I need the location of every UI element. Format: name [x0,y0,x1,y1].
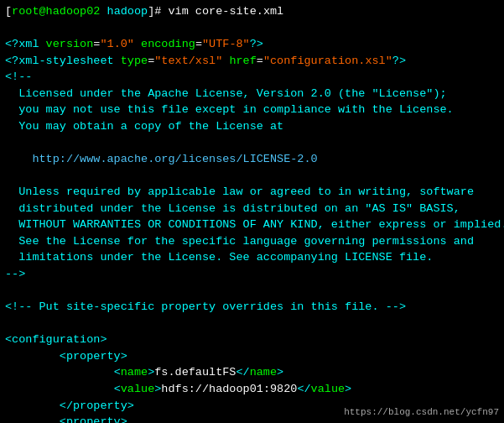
comment-property: <!-- Put site-specific property override… [5,299,499,316]
blank-line-5 [5,316,499,332]
watermark: https://blog.csdn.net/ycfn97 [344,406,499,420]
xml-decl: <?xml version="1.0" encoding="UTF-8"?> [5,36,499,53]
comment-line-8: limitations under the License. See accom… [5,249,499,266]
comment-line-7: See the License for the specific languag… [5,233,499,250]
blank-line-3 [5,168,499,185]
blank-line-1 [5,20,499,37]
blank-line-4 [5,283,499,300]
comment-line-2: you may not use this file except in comp… [5,102,499,118]
prompt-line: [root@hadoop02 hadoop]# vim core-site.xm… [5,3,499,20]
terminal-window: [root@hadoop02 hadoop]# vim core-site.xm… [0,0,504,423]
blank-line-2 [5,135,499,152]
property-1-open: <property> [5,348,499,365]
configuration-open: <configuration> [5,332,499,348]
comment-line-5: distributed under the License is distrib… [5,201,499,217]
comment-line-1: Licensed under the Apache License, Versi… [5,86,499,102]
name-1: <name>fs.defaultFS</name> [5,364,499,381]
comment-line-6: WITHOUT WARRANTIES OR CONDITIONS OF ANY … [5,217,499,233]
xml-stylesheet: <?xml-stylesheet type="text/xsl" href="c… [5,53,499,70]
comment-end: --> [5,266,499,283]
comment-line-3: You may obtain a copy of the License at [5,118,499,135]
comment-start: <!-- [5,69,499,86]
comment-url: http://www.apache.org/licenses/LICENSE-2… [5,151,499,168]
value-1: <value>hdfs://hadoop01:9820</value> [5,381,499,398]
comment-line-4: Unless required by applicable law or agr… [5,184,499,201]
